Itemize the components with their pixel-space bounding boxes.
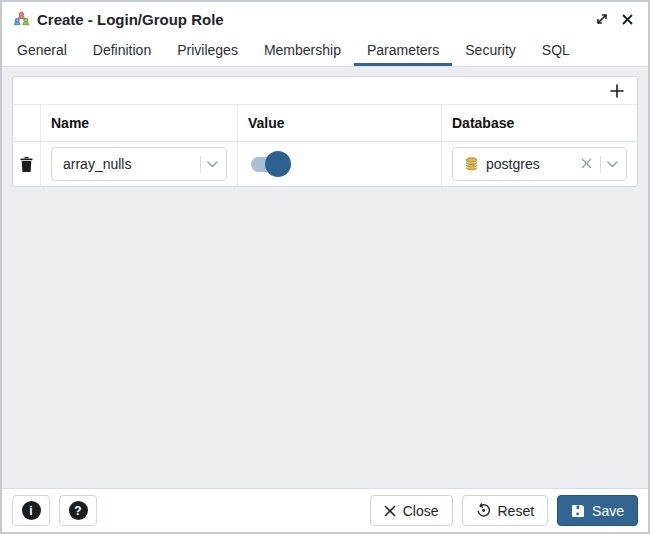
table-row: array_nulls	[13, 142, 637, 186]
question-icon: ?	[69, 501, 88, 520]
value-toggle[interactable]	[251, 151, 291, 177]
chevron-down-icon[interactable]	[607, 161, 618, 168]
header-name: Name	[41, 105, 238, 141]
row-delete-cell	[13, 142, 41, 186]
reset-button-label: Reset	[498, 503, 535, 519]
save-button[interactable]: Save	[557, 495, 638, 526]
select-divider	[200, 156, 201, 173]
expand-icon[interactable]	[593, 10, 611, 28]
close-button[interactable]: Close	[370, 495, 453, 526]
tab-general[interactable]: General	[4, 36, 80, 66]
login-group-role-icon	[12, 10, 30, 28]
parameters-table-toolbar	[13, 77, 637, 105]
add-row-button[interactable]	[609, 83, 625, 99]
select-divider	[600, 156, 601, 173]
close-button-label: Close	[403, 503, 439, 519]
reset-icon	[476, 503, 491, 518]
tab-sql[interactable]: SQL	[529, 36, 583, 66]
dialog-title: Create - Login/Group Role	[37, 11, 224, 28]
row-database-cell: postgres	[442, 142, 637, 186]
sql-help-button[interactable]: i	[12, 495, 50, 526]
tab-membership[interactable]: Membership	[251, 36, 354, 66]
close-x-icon	[384, 505, 396, 517]
database-icon	[464, 157, 479, 172]
database-select[interactable]: postgres	[452, 147, 627, 181]
parameters-panel: Name Value Database array_nulls	[2, 67, 648, 488]
x-clear-icon[interactable]	[579, 156, 594, 172]
table-header-row: Name Value Database	[13, 105, 637, 142]
tab-privileges[interactable]: Privileges	[164, 36, 251, 66]
chevron-down-icon[interactable]	[207, 161, 218, 168]
toggle-knob	[265, 151, 291, 177]
header-delete-column	[13, 105, 41, 141]
header-database: Database	[442, 105, 637, 141]
parameters-table: Name Value Database array_nulls	[12, 76, 638, 187]
dialog-footer: i ? Close Reset Sav	[2, 488, 648, 532]
header-value: Value	[238, 105, 442, 141]
dialog-help-button[interactable]: ?	[59, 495, 97, 526]
delete-row-button[interactable]	[18, 155, 35, 174]
row-value-cell	[238, 142, 442, 186]
tab-definition[interactable]: Definition	[80, 36, 164, 66]
info-icon: i	[22, 501, 41, 520]
tab-parameters[interactable]: Parameters	[354, 36, 452, 66]
row-name-cell: array_nulls	[41, 142, 238, 186]
reset-button[interactable]: Reset	[462, 495, 549, 526]
save-button-label: Save	[592, 503, 624, 519]
database-value: postgres	[486, 156, 579, 172]
dialog-titlebar: Create - Login/Group Role	[2, 2, 648, 36]
parameter-name-value: array_nulls	[63, 156, 194, 172]
dialog-tabs: General Definition Privileges Membership…	[2, 36, 648, 67]
parameter-name-select[interactable]: array_nulls	[51, 147, 227, 181]
tab-security[interactable]: Security	[452, 36, 529, 66]
close-icon[interactable]	[618, 10, 636, 28]
save-icon	[571, 504, 585, 518]
